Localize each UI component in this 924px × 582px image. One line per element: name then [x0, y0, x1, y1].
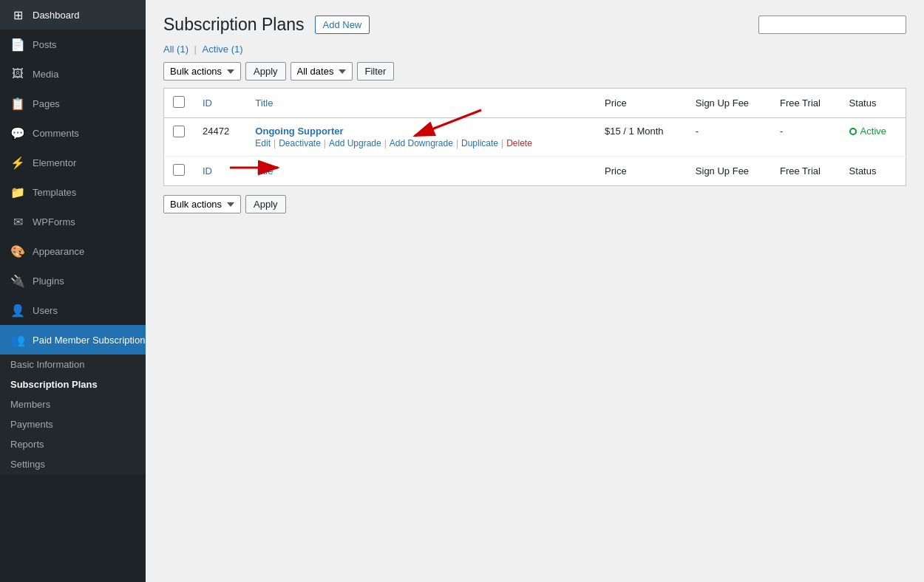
apply-button-top[interactable]: Apply — [245, 62, 286, 81]
sidebar-item-templates[interactable]: 📁 Templates — [0, 177, 146, 207]
filter-button[interactable]: Filter — [357, 62, 395, 81]
sidebar-item-label: Appearance — [33, 246, 84, 257]
apply-button-bottom[interactable]: Apply — [245, 195, 286, 213]
add-new-button[interactable]: Add New — [315, 16, 370, 34]
sidebar-item-label: WPForms — [33, 216, 75, 227]
main-content: Subscription Plans Add New All (1) | Act… — [146, 0, 924, 582]
action-deactivate[interactable]: Deactivate — [279, 138, 321, 148]
page-title: Subscription Plans — [163, 15, 305, 35]
action-delete[interactable]: Delete — [506, 138, 532, 148]
subnav-subscription-plans[interactable]: Subscription Plans — [0, 374, 146, 394]
col-title-bottom[interactable]: Title — [246, 157, 596, 186]
search-input[interactable] — [758, 16, 906, 34]
bulk-actions-select-bottom[interactable]: Bulk actions — [163, 195, 241, 213]
sidebar-item-label: Pages — [33, 98, 60, 109]
sidebar-item-label: Dashboard — [33, 10, 80, 21]
sidebar-item-pages[interactable]: 📋 Pages — [0, 89, 146, 118]
sidebar-item-label: Plugins — [33, 275, 64, 287]
subnav-settings[interactable]: Settings — [0, 454, 146, 474]
sidebar-item-wpforms[interactable]: ✉ WPForms — [0, 207, 146, 236]
action-add-upgrade[interactable]: Add Upgrade — [329, 138, 381, 148]
media-icon: 🖼 — [10, 66, 25, 81]
page-header: Subscription Plans Add New — [163, 15, 906, 35]
sidebar-item-elementor[interactable]: ⚡ Elementor — [0, 148, 146, 177]
col-checkbox-bottom — [164, 157, 194, 186]
row-status: Active — [840, 118, 906, 157]
subnav-basic-info[interactable]: Basic Information — [0, 355, 146, 374]
filter-separator: | — [194, 44, 200, 55]
templates-icon: 📁 — [10, 185, 25, 199]
paid-member-icon: 👥 — [10, 332, 25, 347]
filter-active-link[interactable]: Active (1) — [203, 44, 243, 55]
col-signup-fee-bottom: Sign Up Fee — [687, 157, 771, 186]
sidebar-item-label: Posts — [33, 39, 57, 50]
posts-icon: 📄 — [10, 37, 25, 52]
row-free-trial: - — [771, 118, 840, 157]
select-all-checkbox-bottom[interactable] — [173, 164, 185, 176]
sidebar-item-dashboard[interactable]: ⊞ Dashboard — [0, 0, 146, 30]
wpforms-icon: ✉ — [10, 214, 25, 229]
elementor-icon: ⚡ — [10, 155, 25, 170]
sidebar: ⊞ Dashboard 📄 Posts 🖼 Media 📋 Pages 💬 Co… — [0, 0, 146, 582]
sidebar-item-paid-member[interactable]: 👥 Paid Member Subscriptions — [0, 325, 146, 355]
all-dates-select[interactable]: All dates — [291, 62, 353, 81]
search-box — [758, 16, 906, 34]
subnav-reports[interactable]: Reports — [0, 434, 146, 454]
col-signup-fee: Sign Up Fee — [687, 89, 771, 118]
pages-icon: 📋 — [10, 96, 25, 111]
row-checkbox[interactable] — [173, 126, 185, 137]
col-id[interactable]: ID — [194, 89, 246, 118]
table-header-row: ID Title Price Sign Up Fee Free Trial — [164, 89, 906, 118]
table-header-row-bottom: ID Title Price Sign Up Fee Free Trial — [164, 157, 906, 186]
action-add-downgrade[interactable]: Add Downgrade — [390, 138, 453, 148]
sidebar-item-media[interactable]: 🖼 Media — [0, 59, 146, 89]
row-title-cell: Ongoing Supporter Edit | Deactivate | Ad… — [246, 118, 596, 157]
sidebar-item-users[interactable]: 👤 Users — [0, 295, 146, 325]
action-edit[interactable]: Edit — [255, 138, 271, 148]
subnav-payments[interactable]: Payments — [0, 414, 146, 434]
sidebar-item-label: Comments — [33, 128, 79, 139]
col-id-bottom[interactable]: ID — [194, 157, 246, 186]
col-free-trial-bottom: Free Trial — [771, 157, 840, 186]
status-dot — [849, 128, 857, 135]
row-price: $15 / 1 Month — [596, 118, 687, 157]
col-status-bottom: Status — [840, 157, 906, 186]
sidebar-item-label: Elementor — [33, 157, 76, 168]
sidebar-item-appearance[interactable]: 🎨 Appearance — [0, 236, 146, 266]
table-row: 24472 Ongoing Supporter Edit | Deactivat… — [164, 118, 906, 157]
pms-subnav: Basic Information Subscription Plans Mem… — [0, 355, 146, 474]
action-duplicate[interactable]: Duplicate — [461, 138, 498, 148]
select-all-checkbox[interactable] — [173, 96, 185, 108]
col-free-trial: Free Trial — [771, 89, 840, 118]
col-price: Price — [596, 89, 687, 118]
sidebar-item-label: Templates — [33, 187, 76, 198]
row-id: 24472 — [194, 118, 246, 157]
toolbar-top: Bulk actions Apply All dates Filter — [163, 62, 906, 81]
filter-all-link[interactable]: All (1) — [163, 44, 191, 55]
row-signup-fee: - — [687, 118, 771, 157]
col-checkbox — [164, 89, 194, 118]
filter-links: All (1) | Active (1) — [163, 44, 903, 55]
col-status: Status — [840, 89, 906, 118]
sidebar-item-posts[interactable]: 📄 Posts — [0, 30, 146, 59]
bulk-actions-select-top[interactable]: Bulk actions — [163, 62, 241, 81]
plugins-icon: 🔌 — [10, 273, 25, 288]
col-title[interactable]: Title — [246, 89, 596, 118]
sidebar-item-label: Users — [33, 305, 58, 316]
users-icon: 👤 — [10, 303, 25, 318]
col-price-bottom: Price — [596, 157, 687, 186]
appearance-icon: 🎨 — [10, 244, 25, 259]
dashboard-icon: ⊞ — [10, 7, 25, 22]
subnav-members[interactable]: Members — [0, 394, 146, 414]
toolbar-bottom: Bulk actions Apply — [163, 195, 906, 213]
sidebar-item-label: Paid Member Subscriptions — [33, 335, 146, 346]
plans-table: ID Title Price Sign Up Fee Free Trial — [163, 88, 906, 186]
sidebar-item-plugins[interactable]: 🔌 Plugins — [0, 266, 146, 295]
status-active: Active — [849, 126, 897, 137]
plan-title-link[interactable]: Ongoing Supporter — [255, 126, 343, 137]
row-actions: Edit | Deactivate | Add Upgrade | Add Do… — [255, 138, 587, 148]
sidebar-item-comments[interactable]: 💬 Comments — [0, 118, 146, 148]
table-wrap: ID Title Price Sign Up Fee Free Trial — [163, 88, 906, 186]
sidebar-item-label: Media — [33, 69, 58, 80]
row-checkbox-cell — [164, 118, 194, 157]
